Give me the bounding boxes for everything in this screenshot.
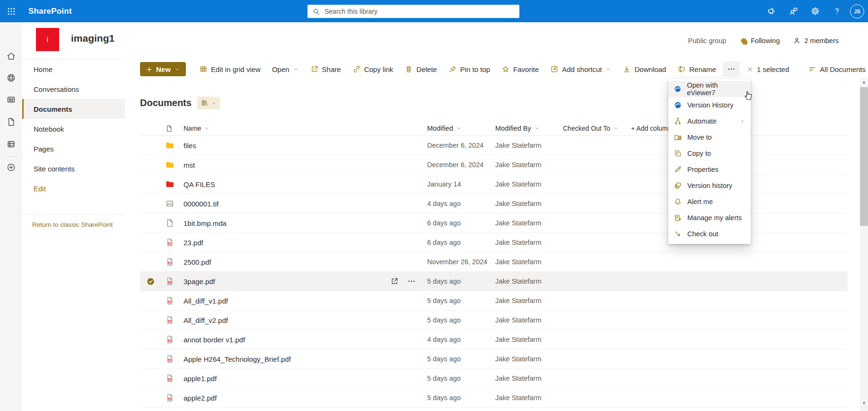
item-name-link[interactable]: annot border v1.pdf (184, 336, 245, 344)
modified-by-cell[interactable]: Jake Statefarm (495, 277, 563, 285)
item-name-link[interactable]: QA FILES (184, 180, 215, 188)
announcements-megaphone-icon[interactable] (763, 3, 780, 20)
help-icon[interactable] (828, 3, 845, 20)
table-row[interactable]: All_diff_v1.pdf 5 days ago Jake Statefar… (140, 291, 848, 311)
home-icon[interactable] (6, 51, 16, 61)
menu-item-move-to[interactable]: Move to (668, 129, 751, 145)
file-type-column-header[interactable] (161, 125, 180, 133)
news-icon[interactable] (6, 95, 16, 105)
item-name-link[interactable]: apple1.pdf (184, 375, 217, 383)
item-name-link[interactable]: All_diff_v2.pdf (184, 316, 228, 324)
account-avatar[interactable]: JS (850, 4, 864, 18)
modified-by-cell[interactable]: Jake Statefarm (495, 375, 563, 382)
edit-in-grid-view-button[interactable]: Edit in grid view (194, 62, 265, 77)
modified-by-cell[interactable]: Jake Statefarm (495, 355, 563, 363)
return-to-classic-link[interactable]: Return to classic SharePoint (22, 215, 125, 228)
settings-gear-icon[interactable] (807, 3, 824, 20)
table-row[interactable]: 2500.pdf November 26, 2024 Jake Statefar… (140, 252, 848, 272)
feedback-people-icon[interactable] (785, 3, 802, 20)
library-view-toggle-button[interactable] (197, 97, 220, 109)
app-launcher-waffle-icon[interactable] (0, 0, 22, 22)
sidebar-item-conversations[interactable]: Conversations (22, 79, 125, 99)
item-name-link[interactable]: apple2.pdf (184, 394, 217, 402)
item-name-link[interactable]: 3page.pdf (184, 277, 215, 286)
site-logo[interactable]: i (36, 28, 59, 51)
download-button[interactable]: Download (618, 62, 671, 77)
sidebar-item-site-contents[interactable]: Site contents (22, 159, 125, 179)
item-name-link[interactable]: 2500.pdf (184, 258, 211, 266)
name-column-header[interactable]: Name (180, 125, 427, 132)
menu-item-alert-me[interactable]: Alert me (668, 194, 751, 210)
modified-by-cell[interactable]: Jake Statefarm (495, 180, 563, 188)
table-row[interactable]: annot border v1.pdf 4 days ago Jake Stat… (140, 330, 848, 349)
sidebar-item-edit[interactable]: Edit (22, 179, 125, 198)
item-name-link[interactable]: 0000001.tif (184, 200, 219, 208)
modified-by-cell[interactable]: Jake Statefarm (495, 316, 563, 324)
checked-out-to-column-header[interactable]: Checked Out To (563, 125, 631, 132)
table-row-selected[interactable]: 3page.pdf 5 days ago Jake Statefarm (140, 272, 848, 291)
following-button[interactable]: Following (739, 36, 780, 45)
ellipsis-icon[interactable] (407, 277, 416, 286)
rename-button[interactable]: Rename (673, 62, 721, 77)
table-row[interactable]: apple2.pdf 5 days ago Jake Statefarm (140, 388, 848, 408)
row-selected-check[interactable] (140, 277, 161, 286)
item-name-link[interactable]: mst (184, 161, 195, 169)
modified-by-cell[interactable]: Jake Statefarm (495, 219, 563, 227)
favorite-button[interactable]: Favorite (497, 62, 544, 77)
menu-item-check-out[interactable]: Check out (668, 226, 751, 242)
modified-by-cell[interactable]: Jake Statefarm (495, 258, 563, 266)
add-shortcut-button[interactable]: Add shortcut (545, 62, 616, 77)
share-icon[interactable] (390, 277, 399, 286)
pin-to-top-button[interactable]: Pin to top (444, 62, 495, 77)
sidebar-item-home[interactable]: Home (22, 59, 125, 79)
menu-item-open-with-eviewer7[interactable]: Open with eViewer7 (668, 81, 751, 97)
item-name-link[interactable]: files (184, 142, 196, 150)
scrollbar-thumb[interactable] (860, 87, 868, 226)
share-button[interactable]: Share (306, 62, 346, 77)
sharepoint-brand[interactable]: SharePoint (28, 7, 72, 16)
sidebar-item-notebook[interactable]: Notebook (22, 119, 125, 139)
modified-by-cell[interactable]: Jake Statefarm (495, 336, 563, 343)
clear-selection-button[interactable]: 1 selected (742, 62, 794, 77)
members-button[interactable]: 2 members (793, 36, 839, 45)
delete-button[interactable]: Delete (400, 62, 441, 77)
menu-item-version-history[interactable]: Version history (668, 178, 751, 194)
item-name-link[interactable]: All_diff_v1.pdf (184, 297, 228, 305)
modified-by-cell[interactable]: Jake Statefarm (495, 142, 563, 149)
table-row[interactable]: Apple H264_Technology_Brief.pdf 5 days a… (140, 349, 848, 369)
document-icon[interactable] (6, 117, 16, 127)
item-name-link[interactable]: Apple H264_Technology_Brief.pdf (184, 355, 291, 363)
menu-item-copy-to[interactable]: Copy to (668, 145, 751, 161)
create-plus-icon[interactable] (6, 162, 16, 172)
modified-by-cell[interactable]: Jake Statefarm (495, 161, 563, 169)
scroll-up-arrow[interactable]: ▲ (860, 79, 868, 86)
menu-item-automate[interactable]: Automate (668, 113, 751, 129)
table-row[interactable]: apple1.pdf 5 days ago Jake Statefarm (140, 369, 848, 388)
modified-by-cell[interactable]: Jake Statefarm (495, 200, 563, 207)
more-commands-button[interactable] (723, 62, 740, 77)
library-search-box[interactable] (307, 5, 519, 18)
modified-column-header[interactable]: Modified (427, 125, 495, 132)
site-title[interactable]: imaging1 (71, 33, 114, 44)
new-button[interactable]: New (140, 62, 186, 76)
search-input[interactable] (324, 8, 515, 15)
menu-item-properties[interactable]: Properties (668, 161, 751, 178)
table-row[interactable]: All_diff_v2.pdf 5 days ago Jake Statefar… (140, 311, 848, 330)
sidebar-item-documents[interactable]: Documents (22, 99, 125, 119)
scroll-down-arrow[interactable]: ▼ (860, 400, 868, 407)
modified-by-column-header[interactable]: Modified By (495, 125, 563, 132)
open-button[interactable]: Open (267, 62, 304, 77)
vertical-scrollbar[interactable]: ▲ ▼ (860, 78, 868, 411)
sidebar-item-pages[interactable]: Pages (22, 139, 125, 159)
modified-by-cell[interactable]: Jake Statefarm (495, 297, 563, 304)
item-name-link[interactable]: 23.pdf (184, 239, 203, 247)
globe-icon[interactable] (6, 73, 16, 83)
lists-icon[interactable] (6, 139, 16, 149)
copy-link-button[interactable]: Copy link (348, 62, 398, 77)
item-name-link[interactable]: 1bit.bmp.mda (184, 219, 227, 227)
menu-item-manage-my-alerts[interactable]: Manage my alerts (668, 210, 751, 226)
view-selector-button[interactable]: All Documents (803, 62, 868, 77)
modified-by-cell[interactable]: Jake Statefarm (495, 394, 563, 402)
menu-item-version-history-eviewer[interactable]: Version History (668, 97, 751, 113)
modified-by-cell[interactable]: Jake Statefarm (495, 239, 563, 246)
